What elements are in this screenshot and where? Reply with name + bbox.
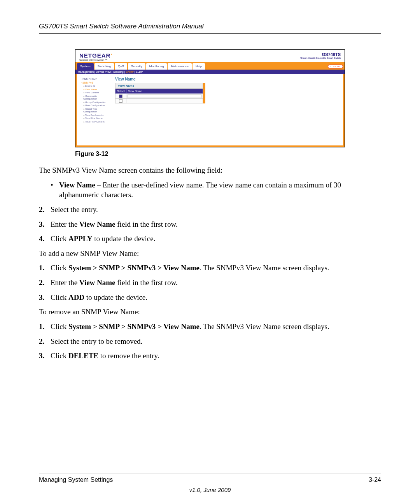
product-model: GS748TS <box>300 52 341 57</box>
page-footer: Managing System Settings 3-24 v1.0, June… <box>39 474 381 493</box>
side-view-name[interactable]: » View Name <box>83 88 111 91</box>
row1-view-name-input[interactable] <box>128 94 201 98</box>
netgear-screenshot: NETGEAR' Connect with Innovation ™ GS748… <box>75 49 345 147</box>
brand-name: NETGEAR' <box>79 52 112 59</box>
side-community-config[interactable]: » Community Configuration <box>83 95 111 101</box>
subnav-management[interactable]: Management <box>78 70 94 73</box>
add-step-2: 2. Enter the View Name field in the firs… <box>39 278 381 288</box>
view-name-panel: View Name Select View Name <box>115 83 205 103</box>
tab-security[interactable]: Security <box>128 63 145 70</box>
remove-header: To remove an SNMP View Name: <box>39 307 381 317</box>
main-panel: View Name View Name Select View Name <box>111 77 341 140</box>
tab-maintenance[interactable]: Maintenance <box>168 63 192 70</box>
rem-step-1: 1. Click System > SNMP > SNMPv3 > View N… <box>39 322 381 332</box>
brand-tagline: Connect with Innovation ™ <box>79 59 112 61</box>
footer-page: 3-24 <box>369 476 381 483</box>
brand-block: NETGEAR' Connect with Innovation ™ <box>79 52 112 61</box>
figure-caption: Figure 3-12 <box>75 150 345 158</box>
bullet-label: View Name <box>59 181 95 189</box>
side-trap-filter-content[interactable]: » Trap Filter Content <box>83 121 111 124</box>
logout-button[interactable]: LOGOUT <box>328 65 343 68</box>
figure-wrap: NETGEAR' Connect with Innovation ™ GS748… <box>75 49 345 158</box>
bullet-view-name: • View Name – Enter the user-defined vie… <box>51 180 381 200</box>
subnav-device-view[interactable]: Device View <box>96 70 111 73</box>
side-trap-filter-name[interactable]: » Trap Filter Name <box>83 117 111 120</box>
side-view-content[interactable]: » View Content <box>83 91 111 94</box>
rem-step-2: 2. Select the entry to be removed. <box>39 336 381 346</box>
body-text: The SNMPv3 View Name screen contains the… <box>39 165 381 361</box>
side-engine-id[interactable]: » Engine ID <box>83 85 111 88</box>
side-user-config[interactable]: » User Configuration <box>83 104 111 107</box>
product-desc: 48-port Gigabit Stackable Smart Switch <box>300 57 341 59</box>
tab-system[interactable]: System <box>77 63 94 70</box>
bullet-rest: – Enter the user-defined view name. The … <box>59 181 341 199</box>
add-step-3: 3. Click ADD to update the device. <box>39 292 381 303</box>
subnav-lldp[interactable]: LLDP <box>136 70 143 73</box>
tab-switching[interactable]: Switching <box>94 63 114 70</box>
col-select: Select <box>116 89 126 94</box>
step-2: 2. Select the entry. <box>39 205 381 215</box>
sub-nav: Management| Device View| Stacking| SNMP|… <box>75 70 345 74</box>
row2-checkbox[interactable] <box>119 99 122 103</box>
rem-step-3: 3. Click DELETE to remove the entry. <box>39 351 381 361</box>
intro-text: The SNMPv3 View Name screen contains the… <box>39 165 381 175</box>
footer-version: v1.0, June 2009 <box>39 486 381 493</box>
row1-checkbox[interactable] <box>119 94 122 98</box>
table-row <box>116 99 203 103</box>
row2-view-name-cell <box>126 99 203 103</box>
tab-help[interactable]: Help <box>192 63 205 70</box>
footer-section: Managing System Settings <box>39 476 113 483</box>
main-tabs: System Switching QoS Security Monitoring… <box>75 62 345 70</box>
subnav-snmp[interactable]: SNMP <box>126 70 134 73</box>
doc-title: GS700TS Smart Switch Software Administra… <box>39 23 204 30</box>
page-header: GS700TS Smart Switch Software Administra… <box>39 23 381 34</box>
add-step-1: 1. Click System > SNMP > SNMPv3 > View N… <box>39 263 381 273</box>
step-4: 4. Click APPLY to update the device. <box>39 234 381 244</box>
panel-header: View Name <box>115 83 203 89</box>
side-cat-snmpv3[interactable]: · SNMPv3 <box>81 81 111 84</box>
side-cat-snmpv12[interactable]: · SNMPv1/v2 <box>81 78 111 80</box>
side-nav: · SNMPv1/v2 · SNMPv3 » Engine ID » View … <box>79 77 111 140</box>
side-trap-config[interactable]: » Trap Configuration <box>83 114 111 117</box>
screenshot-body: · SNMPv1/v2 · SNMPv3 » Engine ID » View … <box>75 74 345 147</box>
bullet-icon: • <box>51 180 59 200</box>
step-3: 3. Enter the View Name field in the firs… <box>39 219 381 229</box>
col-view-name: View Name <box>126 89 203 94</box>
side-global-trap-config[interactable]: » Global Trap Configuration <box>83 108 111 114</box>
product-block: GS748TS 48-port Gigabit Stackable Smart … <box>300 52 341 59</box>
side-group-config[interactable]: » Group Configuration <box>83 101 111 104</box>
screenshot-header: NETGEAR' Connect with Innovation ™ GS748… <box>75 50 345 62</box>
view-name-table: Select View Name <box>115 89 203 103</box>
tab-qos[interactable]: QoS <box>115 63 127 70</box>
table-row <box>116 94 203 99</box>
tab-monitoring[interactable]: Monitoring <box>146 63 167 70</box>
add-header: To add a new SNMP View Name: <box>39 248 381 259</box>
panel-title: View Name <box>115 77 341 81</box>
subnav-stacking[interactable]: Stacking <box>113 70 124 73</box>
